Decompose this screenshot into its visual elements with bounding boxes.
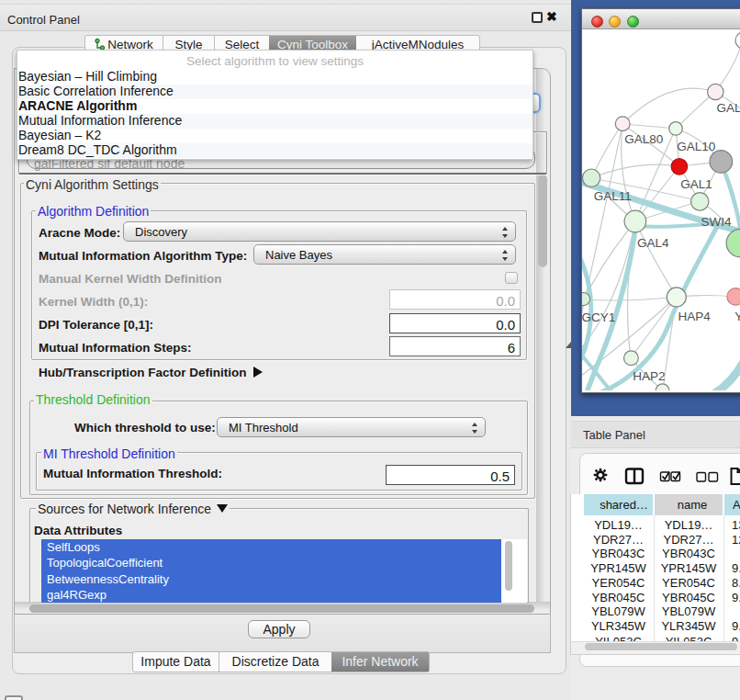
svg-text:GAL10: GAL10: [677, 140, 715, 153]
svg-text:GAL1: GAL1: [680, 177, 712, 191]
svg-text:GAL80: GAL80: [624, 132, 663, 146]
svg-text:SWI4: SWI4: [701, 215, 732, 229]
svg-text:GAL11: GAL11: [594, 189, 632, 203]
svg-text:GAL4: GAL4: [637, 236, 669, 250]
svg-text:HAP4: HAP4: [678, 310, 712, 323]
svg-text:GAL7: GAL7: [717, 101, 740, 115]
svg-text:GCY1: GCY1: [582, 310, 615, 324]
svg-text:HAP2: HAP2: [633, 369, 665, 383]
svg-text:YP: YP: [734, 310, 740, 323]
